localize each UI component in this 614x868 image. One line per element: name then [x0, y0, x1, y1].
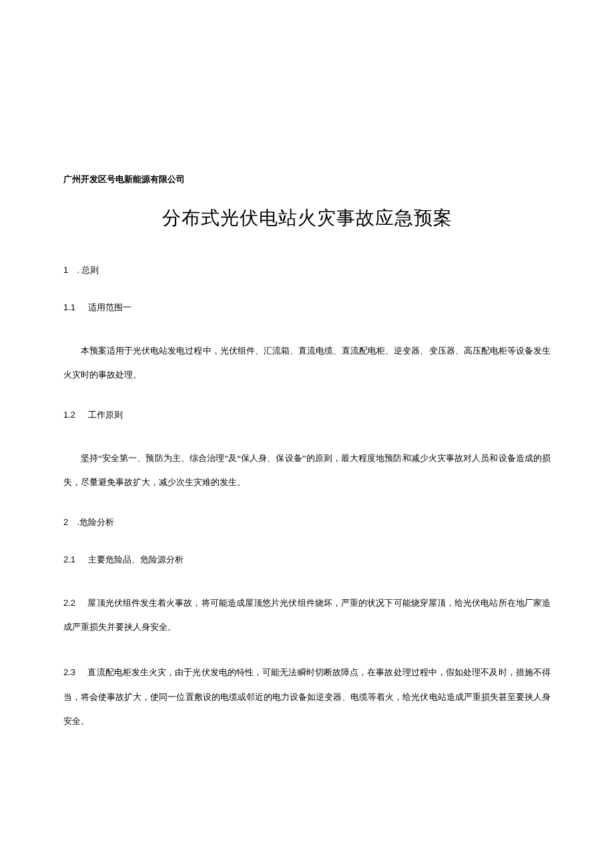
- section-2-1-num: 2.1: [63, 554, 75, 564]
- section-2: 2 .危险分析: [63, 516, 551, 528]
- section-1: 1 . 总则: [63, 264, 551, 276]
- section-1-1-label: 适用范围一: [88, 302, 131, 312]
- section-1-1: 1.1 适用范围一: [63, 302, 551, 314]
- section-1-2-label: 工作原则: [88, 410, 123, 420]
- section-2-2-num: 2.2: [63, 598, 75, 608]
- paragraph-2: 坚持“安全第一、预防为主、综合治理”及“保人身、保设备”的原则，最大程度地预防和…: [63, 446, 551, 495]
- section-2-num: 2: [63, 517, 68, 527]
- section-1-label: . 总则: [77, 265, 99, 275]
- section-2-label: .危险分析: [77, 517, 114, 527]
- section-2-3: 2.3 直流配电柜发生火灾，由于光伏发电的特性，可能无法瞬时切断故障点，在事故处…: [63, 661, 551, 733]
- section-1-2-num: 1.2: [63, 410, 75, 420]
- section-2-3-label: 直流配电柜发生火灾，由于光伏发电的特性，可能无法瞬时切断故障点，在事故处理过程中…: [63, 667, 551, 726]
- section-2-1-label: 主要危险品、危险源分析: [88, 554, 184, 564]
- section-1-1-num: 1.1: [63, 302, 75, 312]
- section-1-2: 1.2 工作原则: [63, 409, 551, 421]
- section-1-num: 1: [63, 265, 68, 275]
- paragraph-1: 本预案适用于光伏电站发电过程中，光伏组件、汇流箱、直流电缆、直流配电柜、逆变器、…: [63, 339, 551, 388]
- section-2-1: 2.1 主要危险品、危险源分析: [63, 554, 551, 566]
- document-title: 分布式光伏电站火灾事故应急预案: [97, 205, 517, 231]
- section-2-2: 2.2 屋顶光伏组件发生着火事故，将可能造成屋顶悠片光伏组件烧坏，严重的状况下可…: [63, 591, 551, 640]
- section-2-2-label: 屋顶光伏组件发生着火事故，将可能造成屋顶悠片光伏组件烧坏，严重的状况下可能烧穿屋…: [63, 598, 551, 632]
- company-name: 广州开发区号电新能源有限公司: [63, 173, 551, 185]
- section-2-3-num: 2.3: [63, 667, 75, 677]
